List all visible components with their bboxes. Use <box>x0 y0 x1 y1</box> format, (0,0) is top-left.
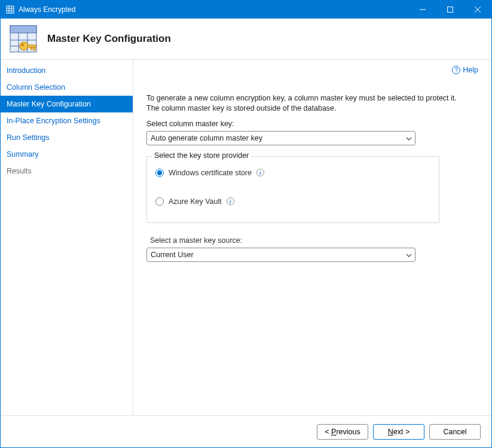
svg-point-15 <box>20 42 28 50</box>
svg-rect-17 <box>33 47 35 50</box>
provider-groupbox: Select the key store provider Windows ce… <box>146 156 439 223</box>
sidebar-item-summary[interactable]: Summary <box>1 146 133 163</box>
source-select[interactable]: Current User <box>146 248 415 262</box>
svg-rect-10 <box>10 26 36 33</box>
help-label: Help <box>463 66 478 74</box>
svg-rect-16 <box>27 45 36 47</box>
cmk-label: Select column master key: <box>146 120 477 128</box>
radio-azure-key-vault-input[interactable] <box>155 197 164 206</box>
cmk-select[interactable]: Auto generate column master key <box>146 131 415 145</box>
sidebar-item-master-key-configuration[interactable]: Master Key Configuration <box>1 96 133 112</box>
help-icon: ? <box>452 66 460 74</box>
wizard-body: Introduction Column Selection Master Key… <box>1 59 491 415</box>
radio-windows-cert-store-input[interactable] <box>155 169 164 177</box>
close-button[interactable] <box>464 1 491 19</box>
wizard-window: Always Encrypted <box>0 0 492 448</box>
source-select-value: Current User <box>151 251 194 259</box>
window-title: Always Encrypted <box>19 5 75 14</box>
next-button[interactable]: Next > <box>373 424 424 440</box>
svg-point-19 <box>22 44 24 46</box>
source-select-wrap: Current User <box>146 248 415 262</box>
wizard-footer: < Previous Next > Cancel <box>1 415 491 447</box>
radio-windows-cert-store[interactable]: Windows certificate store i <box>155 169 430 177</box>
wizard-main: ? Help To generate a new column encrypti… <box>133 59 491 415</box>
sidebar-item-introduction[interactable]: Introduction <box>1 62 133 79</box>
radio-azure-key-vault[interactable]: Azure Key Vault i <box>155 197 430 206</box>
intro-text: To generate a new column encryption key,… <box>146 93 457 114</box>
page-title: Master Key Configuration <box>47 33 171 45</box>
titlebar: Always Encrypted <box>1 1 491 19</box>
sidebar-item-run-settings[interactable]: Run Settings <box>1 129 133 146</box>
app-icon <box>5 5 15 14</box>
master-key-icon <box>8 23 39 54</box>
svg-rect-6 <box>448 7 453 13</box>
provider-group-title: Select the key store provider <box>152 151 251 160</box>
previous-button[interactable]: < Previous <box>317 424 368 440</box>
info-icon[interactable]: i <box>256 169 264 176</box>
maximize-button[interactable] <box>436 1 464 19</box>
cmk-select-wrap: Auto generate column master key <box>146 131 415 145</box>
wizard-header: Master Key Configuration <box>1 19 491 59</box>
sidebar-item-results: Results <box>1 163 133 179</box>
sidebar-item-in-place-encryption-settings[interactable]: In-Place Encryption Settings <box>1 112 133 129</box>
sidebar-item-column-selection[interactable]: Column Selection <box>1 79 133 96</box>
minimize-button[interactable] <box>409 1 436 19</box>
wizard-sidebar: Introduction Column Selection Master Key… <box>1 59 133 415</box>
svg-rect-18 <box>30 47 32 50</box>
cancel-button[interactable]: Cancel <box>429 424 481 440</box>
source-label: Select a master key source: <box>150 236 477 245</box>
help-link[interactable]: ? Help <box>452 66 478 74</box>
radio-akv-label: Azure Key Vault <box>169 197 222 206</box>
info-icon[interactable]: i <box>227 197 234 205</box>
cmk-select-value: Auto generate column master key <box>151 134 262 142</box>
radio-windows-label: Windows certificate store <box>169 169 252 177</box>
svg-rect-0 <box>7 6 14 13</box>
